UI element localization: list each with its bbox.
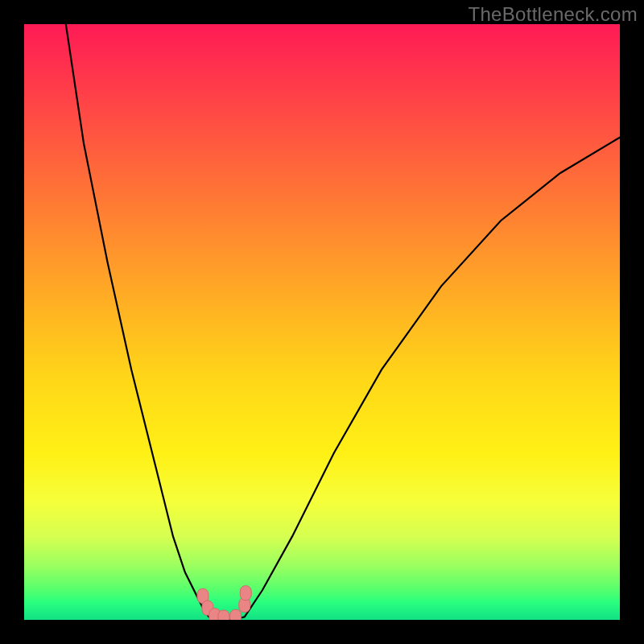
curve-marker	[218, 610, 229, 620]
curve-marker	[240, 586, 251, 601]
chart-frame: TheBottleneck.com	[0, 0, 644, 644]
watermark-text: TheBottleneck.com	[468, 3, 638, 26]
curve-marker	[230, 609, 242, 620]
plot-area	[24, 24, 620, 620]
bottleneck-curve	[66, 24, 620, 620]
chart-svg	[24, 24, 620, 620]
marker-group	[197, 586, 251, 620]
